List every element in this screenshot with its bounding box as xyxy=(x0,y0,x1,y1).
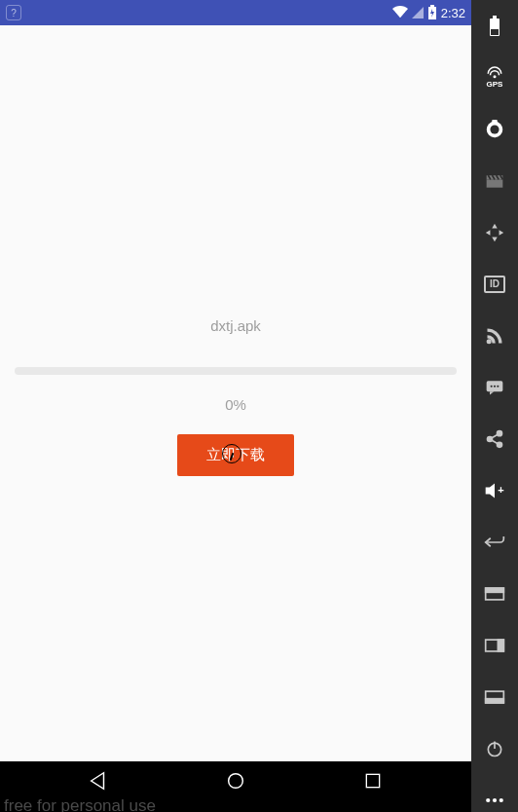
window-right-icon[interactable] xyxy=(480,633,509,657)
download-button[interactable]: 立即下载 xyxy=(177,434,294,476)
recents-button[interactable] xyxy=(358,766,388,795)
volume-up-icon[interactable]: + xyxy=(480,478,509,502)
camera-icon[interactable] xyxy=(480,117,509,141)
move-icon[interactable] xyxy=(480,220,509,244)
svg-marker-20 xyxy=(490,391,494,394)
svg-point-3 xyxy=(229,774,243,789)
status-clock: 2:32 xyxy=(441,6,465,20)
id-label: ID xyxy=(490,278,500,289)
svg-point-10 xyxy=(490,125,499,133)
svg-rect-36 xyxy=(486,698,504,702)
sms-icon[interactable] xyxy=(480,375,509,399)
svg-point-18 xyxy=(487,339,492,344)
svg-text:+: + xyxy=(498,484,503,496)
svg-point-26 xyxy=(498,442,502,447)
svg-point-41 xyxy=(500,797,503,801)
window-bottom-icon[interactable] xyxy=(480,684,509,709)
id-icon[interactable]: ID xyxy=(480,272,509,296)
back-button[interactable] xyxy=(84,766,113,795)
gps-icon[interactable]: GPS xyxy=(480,65,509,90)
android-nav-bar xyxy=(0,761,471,800)
svg-rect-4 xyxy=(367,774,380,787)
help-icon: ? xyxy=(6,5,21,20)
share-icon[interactable] xyxy=(480,426,509,451)
svg-rect-6 xyxy=(493,16,497,18)
svg-rect-11 xyxy=(492,119,498,123)
svg-point-21 xyxy=(491,385,493,387)
svg-point-23 xyxy=(497,385,499,387)
svg-point-25 xyxy=(488,436,493,441)
svg-rect-12 xyxy=(487,179,503,187)
device-screen: ? 2:32 dxtj.apk 0% 立即下载 xyxy=(0,0,471,812)
svg-line-27 xyxy=(492,434,498,437)
gps-label: GPS xyxy=(487,81,503,89)
more-icon[interactable] xyxy=(480,788,509,812)
emulator-sidebar: GPS ID + xyxy=(471,0,518,812)
window-top-icon[interactable] xyxy=(480,581,509,606)
svg-point-22 xyxy=(494,385,496,387)
android-status-bar: ? 2:32 xyxy=(0,0,471,25)
svg-line-28 xyxy=(492,440,498,443)
svg-rect-32 xyxy=(486,588,504,592)
home-button[interactable] xyxy=(221,766,250,795)
wifi-icon xyxy=(392,6,408,20)
signal-icon xyxy=(412,7,424,18)
download-percent: 0% xyxy=(225,396,246,413)
svg-point-24 xyxy=(498,430,502,435)
battery-charging-icon xyxy=(427,5,437,20)
download-screen: dxtj.apk 0% 立即下载 xyxy=(0,25,471,761)
return-icon[interactable] xyxy=(480,530,509,554)
svg-marker-14 xyxy=(492,223,498,228)
svg-rect-34 xyxy=(498,640,503,651)
svg-marker-15 xyxy=(492,237,498,241)
svg-marker-29 xyxy=(486,483,495,498)
download-progress-bar xyxy=(15,367,457,375)
svg-rect-1 xyxy=(430,5,434,7)
rss-icon[interactable] xyxy=(480,323,509,348)
battery-icon[interactable] xyxy=(480,14,509,38)
svg-marker-17 xyxy=(500,230,504,236)
clapper-icon[interactable] xyxy=(480,168,509,193)
watermark-text: free for personal use xyxy=(0,796,471,812)
download-filename: dxtj.apk xyxy=(210,317,261,334)
svg-point-8 xyxy=(494,75,497,78)
svg-marker-16 xyxy=(486,230,491,236)
power-icon[interactable] xyxy=(480,736,509,760)
svg-rect-7 xyxy=(491,29,499,35)
svg-point-39 xyxy=(486,797,490,801)
svg-point-40 xyxy=(493,797,497,801)
